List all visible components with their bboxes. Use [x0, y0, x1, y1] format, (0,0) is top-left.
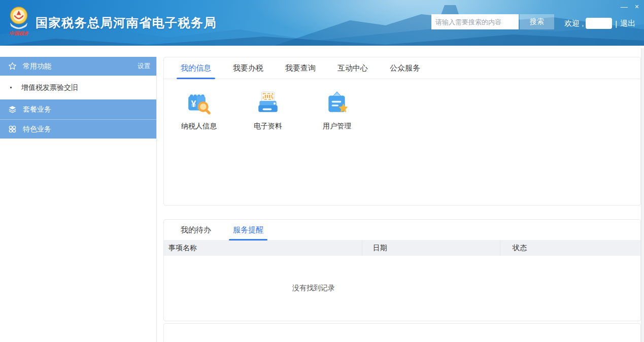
minimize-button[interactable]: —	[621, 3, 628, 11]
shortcut-user-management[interactable]: 用户管理	[314, 90, 360, 131]
tab-interaction-center[interactable]: 互动中心	[333, 57, 372, 79]
window-controls: — ×	[621, 3, 639, 11]
tab-service-reminder[interactable]: 服务提醒	[229, 220, 267, 240]
username-box	[586, 18, 612, 29]
search-button[interactable]: 搜索	[520, 14, 554, 29]
svg-text:¥: ¥	[191, 99, 196, 109]
shortcut-electronic-materials[interactable]: 电子资料	[245, 90, 291, 131]
tab-public-services[interactable]: 公众服务	[386, 57, 424, 79]
column-header-item-name: 事项名称	[164, 240, 362, 256]
sidebar-item-special-business[interactable]: 特色业务	[0, 119, 156, 139]
main-tabs: 我的信息 我要办税 我要查询 互动中心 公众服务	[164, 57, 640, 79]
table-header-row: 事项名称 日期 状态	[164, 240, 640, 256]
sidebar-item-vat-invoice[interactable]: 增值税发票验交旧	[0, 76, 156, 99]
shortcut-label: 纳税人信息	[181, 122, 217, 131]
separator: |	[615, 19, 617, 28]
electronic-materials-icon	[255, 90, 281, 116]
bottom-panel	[163, 323, 641, 342]
empty-state-text: 没有找到记录	[164, 284, 463, 293]
vertical-scrollbar[interactable]	[641, 48, 644, 342]
tab-query[interactable]: 我要查询	[281, 57, 320, 79]
shortcut-label: 用户管理	[323, 122, 351, 131]
app-header: 中国税务 国家税务总局河南省电子税务局 — × 搜索 欢迎 , | 退出	[0, 0, 644, 46]
sidebar-item-label: 套餐业务	[23, 105, 51, 114]
functions-panel: 我的信息 我要办税 我要查询 互动中心 公众服务 ¥ 纳税人信息	[163, 57, 641, 206]
todo-tabs: 我的待办 服务提醒	[164, 220, 640, 240]
user-management-icon	[324, 90, 350, 116]
layers-icon	[8, 105, 17, 114]
sidebar-item-label: 常用功能	[23, 62, 51, 71]
four-circles-icon	[8, 125, 17, 133]
shortcut-label: 电子资料	[254, 122, 282, 131]
search-area: 搜索	[431, 14, 554, 29]
taxpayer-info-icon: ¥	[186, 90, 212, 116]
column-header-date: 日期	[362, 240, 500, 256]
star-icon	[8, 62, 17, 71]
column-header-status: 状态	[500, 240, 640, 256]
app-title: 国家税务总局河南省电子税务局	[36, 15, 217, 31]
logo-caption: 中国税务	[9, 30, 29, 36]
brand: 中国税务 国家税务总局河南省电子税务局	[7, 3, 217, 37]
tax-emblem-logo: 中国税务	[7, 3, 30, 37]
sidebar-item-package-business[interactable]: 套餐业务	[0, 99, 156, 119]
shortcut-taxpayer-info[interactable]: ¥ 纳税人信息	[176, 90, 222, 131]
fav-item-label: 增值税发票验交旧	[21, 83, 78, 92]
sidebar-item-label: 特色业务	[23, 125, 51, 134]
todo-panel: 我的待办 服务提醒 事项名称 日期 状态 没有找到记录	[163, 219, 641, 321]
settings-link[interactable]: 设置	[138, 62, 150, 71]
close-button[interactable]: ×	[635, 3, 639, 11]
sidebar-item-common-functions[interactable]: 常用功能 设置	[0, 57, 156, 76]
tab-do-tax[interactable]: 我要办税	[229, 57, 267, 79]
bullet-icon	[10, 87, 12, 88]
welcome-text: 欢迎 ,	[564, 19, 584, 28]
user-area: 欢迎 , | 退出	[564, 17, 635, 29]
shortcut-grid: ¥ 纳税人信息 电子资料	[164, 79, 640, 131]
tab-my-info[interactable]: 我的信息	[177, 57, 215, 79]
tab-my-todo[interactable]: 我的待办	[177, 220, 215, 240]
logout-link[interactable]: 退出	[620, 19, 635, 28]
search-input[interactable]	[431, 14, 519, 29]
sidebar: 常用功能 设置 增值税发票验交旧 套餐业务 特色业务	[0, 57, 157, 342]
